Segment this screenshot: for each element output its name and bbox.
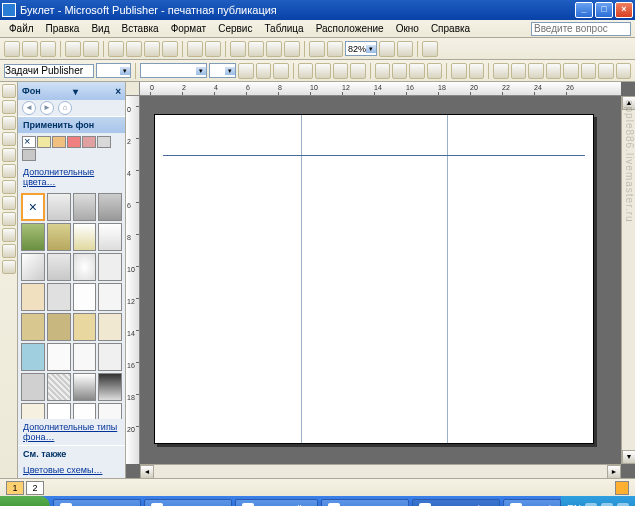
help-icon[interactable]: [422, 41, 438, 57]
horizontal-scrollbar[interactable]: ◄ ►: [140, 464, 621, 478]
align-justify-icon[interactable]: [350, 63, 365, 79]
bg-thumb[interactable]: [21, 343, 45, 371]
taskbar-item[interactable]: Встречный иск: [235, 499, 318, 506]
swatch[interactable]: [82, 136, 96, 148]
scroll-down-icon[interactable]: ▼: [622, 450, 635, 464]
page-tab-1[interactable]: 1: [6, 481, 24, 495]
horizontal-ruler[interactable]: 02468101214161820222426: [140, 82, 621, 96]
shapes-tool-icon[interactable]: [2, 228, 16, 242]
bring-front-icon[interactable]: [230, 41, 246, 57]
more-colors-link[interactable]: Дополнительные цвета…: [18, 164, 125, 190]
menu-window[interactable]: Окно: [391, 21, 424, 36]
grow-font-icon[interactable]: [451, 63, 466, 79]
bg-thumb[interactable]: [98, 343, 122, 371]
inc-indent-icon[interactable]: [427, 63, 442, 79]
oval-tool-icon[interactable]: [2, 196, 16, 210]
menu-insert[interactable]: Вставка: [116, 21, 163, 36]
underline-icon[interactable]: [273, 63, 288, 79]
taskpane-label-combo[interactable]: [4, 64, 94, 78]
ask-input[interactable]: [531, 22, 631, 36]
line-color-icon[interactable]: [511, 63, 526, 79]
swatch[interactable]: [52, 136, 66, 148]
taskpane-fwd-icon[interactable]: ►: [40, 101, 54, 115]
menu-view[interactable]: Вид: [86, 21, 114, 36]
bg-thumb[interactable]: [47, 193, 71, 221]
bg-thumb[interactable]: [47, 343, 71, 371]
rotate-left-icon[interactable]: [266, 41, 282, 57]
bg-thumb[interactable]: [21, 283, 45, 311]
menu-arrange[interactable]: Расположение: [311, 21, 389, 36]
vertical-ruler[interactable]: 02468101214161820: [126, 96, 140, 464]
swatch[interactable]: [67, 136, 81, 148]
shadow-icon[interactable]: [598, 63, 613, 79]
new-icon[interactable]: [4, 41, 20, 57]
bg-thumb[interactable]: [73, 253, 97, 281]
wordart-tool-icon[interactable]: [2, 132, 16, 146]
redo-icon[interactable]: [205, 41, 221, 57]
menu-file[interactable]: Файл: [4, 21, 39, 36]
taskpane-home-icon[interactable]: ⌂: [58, 101, 72, 115]
bg-thumb-none[interactable]: ×: [21, 193, 45, 221]
menu-format[interactable]: Формат: [166, 21, 212, 36]
start-button[interactable]: пуск: [0, 496, 50, 506]
font-color-icon[interactable]: [528, 63, 543, 79]
align-center-icon[interactable]: [315, 63, 330, 79]
bg-thumb[interactable]: [21, 313, 45, 341]
zoom-combo[interactable]: 82%▾: [345, 41, 377, 56]
page-spread[interactable]: [154, 114, 594, 444]
scroll-right-icon[interactable]: ►: [607, 465, 621, 478]
open-icon[interactable]: [22, 41, 38, 57]
bg-thumb[interactable]: [47, 253, 71, 281]
fontname-combo[interactable]: ▾: [140, 63, 207, 78]
design-gallery-icon[interactable]: [2, 260, 16, 274]
scroll-left-icon[interactable]: ◄: [140, 465, 154, 478]
minimize-button[interactable]: _: [575, 2, 593, 18]
bg-thumb[interactable]: [98, 193, 122, 221]
bg-thumb[interactable]: [47, 223, 71, 251]
page-tab-2[interactable]: 2: [26, 481, 44, 495]
line-tool-icon[interactable]: [2, 164, 16, 178]
copy-icon[interactable]: [126, 41, 142, 57]
picture-tool-icon[interactable]: [2, 148, 16, 162]
bg-thumb[interactable]: [98, 253, 122, 281]
bg-thumb[interactable]: [73, 223, 97, 251]
fill-color-icon[interactable]: [493, 63, 508, 79]
rect-tool-icon[interactable]: [2, 212, 16, 226]
bg-thumb[interactable]: [21, 253, 45, 281]
select-tool-icon[interactable]: [2, 84, 16, 98]
fontsize-combo[interactable]: ▾: [209, 63, 236, 78]
bg-thumb[interactable]: [47, 283, 71, 311]
zoom-out-icon[interactable]: [379, 41, 395, 57]
maximize-button[interactable]: □: [595, 2, 613, 18]
numbering-icon[interactable]: [375, 63, 390, 79]
menu-table[interactable]: Таблица: [259, 21, 308, 36]
taskpane-dropdown-icon[interactable]: ▾: [73, 86, 78, 97]
bg-thumb[interactable]: [73, 343, 97, 371]
taskpane-close-icon[interactable]: ×: [115, 86, 121, 97]
bg-thumb[interactable]: [21, 373, 45, 401]
send-back-icon[interactable]: [248, 41, 264, 57]
dec-indent-icon[interactable]: [409, 63, 424, 79]
align-left-icon[interactable]: [298, 63, 313, 79]
bg-thumb[interactable]: [98, 283, 122, 311]
bookmark-tool-icon[interactable]: [2, 244, 16, 258]
bg-thumb[interactable]: [98, 373, 122, 401]
taskbar-item-active[interactable]: Буклет - Microsoft P…: [412, 499, 500, 506]
canvas[interactable]: 02468101214161820222426 0246810121416182…: [126, 82, 635, 478]
system-tray[interactable]: EN: [561, 496, 635, 506]
save-icon[interactable]: [40, 41, 56, 57]
bg-thumb[interactable]: [73, 283, 97, 311]
swatch[interactable]: [97, 136, 111, 148]
cut-icon[interactable]: [108, 41, 124, 57]
format-painter-icon[interactable]: [162, 41, 178, 57]
bg-thumb[interactable]: [47, 373, 71, 401]
taskbar-item[interactable]: 7 - Paint: [503, 499, 561, 506]
taskbar-item[interactable]: Магазин мастера Ап…: [53, 499, 141, 506]
bg-thumb[interactable]: [47, 313, 71, 341]
columns-icon[interactable]: [309, 41, 325, 57]
menu-help[interactable]: Справка: [426, 21, 475, 36]
preview-icon[interactable]: [83, 41, 99, 57]
menu-tools[interactable]: Сервис: [213, 21, 257, 36]
bg-thumb[interactable]: [73, 313, 97, 341]
taskpane-back-icon[interactable]: ◄: [22, 101, 36, 115]
